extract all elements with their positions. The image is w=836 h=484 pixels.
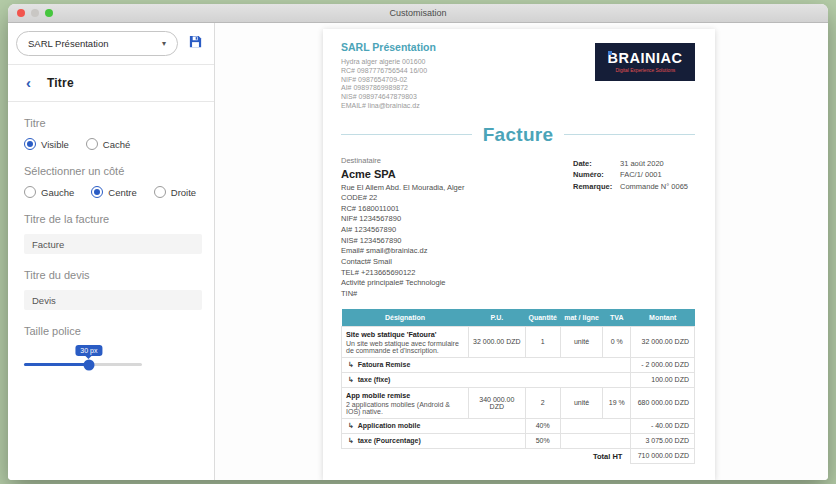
empty-cell [560,433,631,448]
chevron-down-icon: ▾ [162,39,166,48]
invoice-meta-block: Date: 31 août 2020 Numéro: FAC/1/ 0001 R… [573,158,695,300]
item-desc: Un site web statique avec formulaire de … [346,340,464,354]
recipient-heading: Destinataire [341,156,464,165]
item-tva: 0 % [603,326,631,357]
radio-visible-label: Visible [41,139,69,150]
logo-square-icon [608,51,612,55]
customisation-window: Customisation SARL Présentation ▾ [8,4,828,480]
recipient-line: Contact# Smail [341,257,464,268]
logo-tagline: Digital Experience Solutions [615,67,675,72]
radio-icon [86,138,98,150]
table-row: Application mobile 40% - 40.00 DZD [342,418,695,433]
recipient-line: RC# 1680011001 [341,204,464,215]
recipient-line: Activité principale# Technologie [341,278,464,289]
invoice-title-label: Titre de la facture [24,213,198,225]
title-rule-left [341,134,472,135]
item-desc: 2 applications mobiles (Android & IOS) n… [346,401,464,415]
company-line: AI# 09897869989872 [341,84,436,93]
col-mat-ligne: mat / ligne [560,309,602,327]
radio-gauche-label: Gauche [41,187,74,198]
number-value: FAC/1/ 0001 [620,169,662,181]
col-pu: P.U. [469,309,525,327]
template-select-row: SARL Présentation ▾ [8,23,214,65]
table-row: taxe (fixe) 100.00 DZD [342,372,695,387]
date-value: 31 août 2020 [620,158,664,170]
invoice-paper: SARL Présentation Hydra alger algerie 00… [323,29,715,480]
radio-centre[interactable]: Centre [91,186,137,198]
table-row: Fatoura Remise - 2 000.00 DZD [342,357,695,372]
close-icon[interactable] [17,9,25,17]
save-button[interactable] [187,35,204,52]
item-qty: 2 [525,387,560,418]
settings-sidebar: SARL Présentation ▾ ‹ Ti [8,23,215,480]
item-title: App mobile remise [346,391,464,400]
sub-item-label: Application mobile [342,418,526,433]
doc-title-row: Facture [341,124,695,146]
radio-visible[interactable]: Visible [24,138,69,150]
company-line: NIF# 0987654709-02 [341,76,436,85]
quote-title-input[interactable] [24,290,202,310]
doc-title: Facture [483,124,554,146]
floppy-disk-icon [188,34,203,53]
radio-droite-label: Droite [171,187,196,198]
zoom-icon[interactable] [45,9,53,17]
slider-thumb[interactable] [83,359,94,370]
number-label: Numéro: [573,169,620,181]
radio-icon [24,186,36,198]
item-amount: 680 000.00 DZD [631,387,695,418]
template-dropdown-value: SARL Présentation [28,38,108,49]
col-montant: Montant [631,309,695,327]
slider-track[interactable] [24,363,142,366]
slider-tooltip: 30 px [75,345,102,356]
table-row: App mobile remise 2 applications mobiles… [342,387,695,418]
company-line: RC# 0987776756544 16/00 [341,67,436,76]
invoice-preview-area: SARL Présentation Hydra alger algerie 00… [215,23,828,480]
slider-fill [24,363,89,366]
chevron-left-icon[interactable]: ‹ [26,78,31,88]
radio-gauche[interactable]: Gauche [24,186,74,198]
window-title: Customisation [8,8,828,18]
radio-droite[interactable]: Droite [154,186,196,198]
company-line: NIS# 098974647879803 [341,93,436,102]
sub-item-label: taxe (fixe) [342,372,631,387]
radio-icon [154,186,166,198]
panel-header: ‹ Titre [8,65,214,102]
item-amount: 32 000.00 DZD [631,326,695,357]
template-dropdown[interactable]: SARL Présentation ▾ [16,31,178,56]
recipient-line: NIS# 1234567890 [341,236,464,247]
empty-cell [560,418,631,433]
total-value: 710 000.00 DZD [631,448,695,464]
radio-icon [91,186,103,198]
radio-cache[interactable]: Caché [86,138,130,150]
panel-title: Titre [47,76,74,90]
table-row: Site web statique 'Fatoura' Un site web … [342,326,695,357]
invoice-table: Désignation P.U. Quantité mat / ligne TV… [341,309,695,465]
recipient-line: Email# smail@brainiac.dz [341,246,464,257]
remark-label: Remarque: [573,181,620,193]
quote-title-label: Titre du devis [24,269,198,281]
recipient-name: Acme SPA [341,168,464,180]
item-title: Site web statique 'Fatoura' [346,330,464,339]
sub-item-amount: - 2 000.00 DZD [631,357,695,372]
total-label: Total HT [342,448,631,464]
titlebar[interactable]: Customisation [8,4,828,23]
font-size-slider: 30 px [24,363,142,366]
table-total-row: Total HT 710 000.00 DZD [342,448,695,464]
recipient-line: NIF# 1234567890 [341,214,464,225]
sub-item-amount: - 40.00 DZD [631,418,695,433]
item-unit: unité [560,387,602,418]
sub-item-qty: 40% [525,418,560,433]
sub-item-label: Fatoura Remise [342,357,631,372]
brainiac-logo: BRAINIAC Digital Experience Solutions [595,43,695,81]
side-select-group: Gauche Centre Droite [24,186,198,198]
title-rule-right [564,134,695,135]
recipient-block: Destinataire Acme SPA Rue El Allem Abd. … [341,156,464,300]
radio-centre-label: Centre [108,187,137,198]
recipient-line: TIN# [341,289,464,300]
item-qty: 1 [525,326,560,357]
minimize-icon[interactable] [31,9,39,17]
col-quantite: Quantité [525,309,560,327]
invoice-title-input[interactable] [24,234,202,254]
table-row: taxe (Pourcentage) 50% 3 075.00 DZD [342,433,695,448]
sub-item-amount: 100.00 DZD [631,372,695,387]
